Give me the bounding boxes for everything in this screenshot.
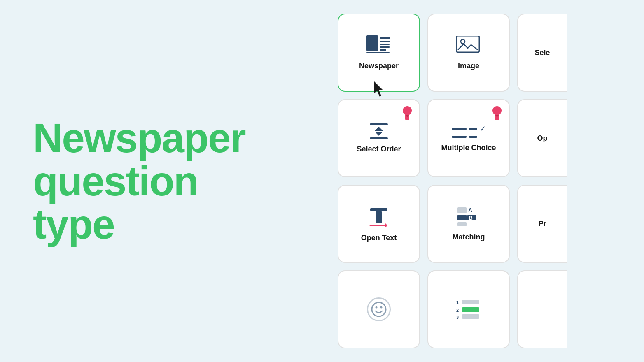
svg-point-29	[376, 306, 378, 309]
smiley-card[interactable]	[338, 270, 420, 348]
multiple-choice-icon: ✓	[452, 124, 486, 138]
svg-rect-3	[380, 44, 390, 45]
sort-arrows	[374, 127, 384, 136]
svg-text:2: 2	[456, 308, 459, 313]
svg-rect-2	[380, 41, 390, 42]
partial-card-2[interactable]: Pr	[517, 185, 567, 263]
hero-title-line3: type	[33, 201, 114, 247]
select-order-label: Select Order	[357, 145, 401, 153]
multiple-choice-label: Multiple Choice	[441, 144, 496, 152]
svg-text:1: 1	[456, 300, 459, 305]
svg-rect-32	[462, 300, 479, 304]
badge-ribbon-mc	[491, 106, 503, 122]
svg-rect-27	[457, 222, 467, 226]
svg-rect-22	[457, 207, 467, 213]
svg-point-10	[403, 106, 412, 115]
svg-point-9	[461, 39, 465, 44]
svg-rect-8	[456, 36, 479, 52]
svg-marker-13	[375, 127, 383, 131]
svg-rect-18	[370, 208, 387, 211]
partial-label-1: Op	[537, 134, 548, 143]
newspaper-card[interactable]: Newspaper	[338, 14, 420, 92]
matching-icon: A B	[457, 207, 480, 227]
open-text-icon	[366, 205, 391, 228]
svg-rect-0	[366, 35, 378, 51]
partial-label-2: Pr	[538, 220, 546, 228]
card-grid: Newspaper Image Sele	[338, 1, 644, 361]
svg-rect-1	[380, 37, 390, 39]
hero-title-line1: Newspaper	[33, 115, 245, 161]
open-text-card[interactable]: Open Text	[338, 185, 420, 263]
svg-text:A: A	[468, 207, 472, 213]
left-panel: Newspaper question type	[0, 92, 338, 271]
svg-rect-34	[462, 307, 479, 312]
open-text-label: Open Text	[361, 234, 397, 242]
svg-rect-19	[376, 211, 382, 223]
cursor-icon	[374, 81, 387, 98]
image-label: Image	[458, 62, 479, 70]
number-list-icon: 1 2 2 3	[456, 299, 481, 320]
image-icon	[456, 35, 481, 56]
svg-rect-5	[380, 49, 386, 51]
newspaper-icon	[366, 35, 391, 56]
svg-rect-24	[457, 215, 467, 220]
select-order-card[interactable]: Select Order	[338, 99, 420, 177]
svg-rect-6	[366, 52, 390, 53]
svg-text:3: 3	[456, 315, 459, 320]
matching-card[interactable]: A B Matching	[427, 185, 510, 263]
svg-point-15	[492, 106, 502, 115]
partial-card-0[interactable]: Sele	[517, 14, 567, 92]
hero-title: Newspaper question type	[33, 116, 245, 246]
svg-marker-21	[385, 223, 387, 228]
partial-card-3[interactable]	[517, 270, 567, 348]
svg-marker-7	[374, 81, 383, 97]
multiple-choice-card[interactable]: ✓ Multiple Choice	[427, 99, 510, 177]
partial-card-1[interactable]: Op	[517, 99, 567, 177]
matching-label: Matching	[453, 233, 485, 241]
number-list-card[interactable]: 1 2 2 3	[427, 270, 510, 348]
select-order-icon	[370, 123, 388, 139]
newspaper-label: Newspaper	[359, 62, 399, 70]
image-card[interactable]: Image	[427, 14, 510, 92]
partial-label-0: Sele	[534, 49, 550, 57]
hero-title-line2: question	[33, 158, 198, 204]
smiley-icon	[367, 297, 391, 321]
svg-point-30	[380, 306, 383, 309]
svg-rect-4	[380, 46, 390, 48]
badge-ribbon-select-order	[401, 106, 413, 122]
svg-rect-37	[462, 314, 479, 319]
svg-point-28	[372, 302, 386, 316]
svg-text:B: B	[469, 215, 473, 221]
svg-marker-14	[375, 132, 383, 136]
